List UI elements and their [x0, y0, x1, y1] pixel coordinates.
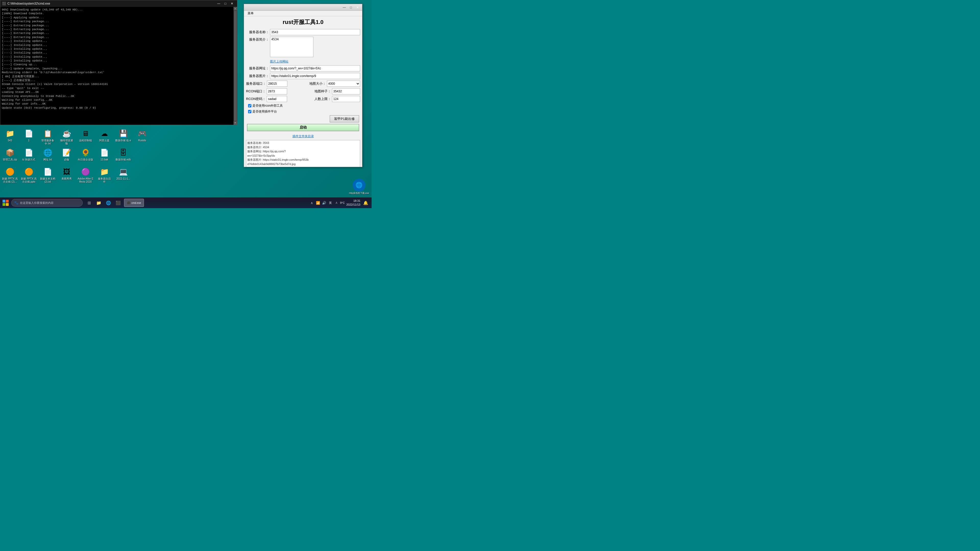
clock[interactable]: 18:31 2022/11/13 — [346, 199, 360, 207]
rcon-port-input[interactable] — [267, 88, 287, 94]
expand-tray-icon[interactable]: ∧ — [309, 200, 314, 205]
plugin-dir-link[interactable]: 插件文件夹目录 — [293, 135, 314, 138]
rcon-port-label: RCON端口： — [246, 89, 266, 94]
desktop-icon[interactable]: 📝 必咖 — [58, 146, 76, 162]
cmd-line: [100%] Download Complete. — [2, 12, 235, 16]
cmd-line: [----] Extracting package... — [2, 27, 235, 32]
icon-image: 📄 — [43, 167, 53, 177]
rust-titlebar-controls[interactable]: — □ ✕ — [341, 5, 361, 10]
icon-label: 13.bak — [100, 158, 108, 161]
taskbar-search[interactable]: 🐾 在这里输入你要搜索的内容 — [11, 199, 83, 206]
rcon-seed-row: RCON端口： 地图种子： — [246, 88, 360, 94]
desktop-icon[interactable]: 📄 13.bak — [95, 146, 113, 162]
desktop-icon[interactable]: 🌻 向日葵企业版 — [76, 146, 94, 162]
icon-image: ☁ — [99, 128, 110, 138]
desktop-icon[interactable]: 📄 1 — [20, 127, 38, 146]
cmd-output: 96%] Downloading update (43,340 of 43,34… — [2, 8, 235, 110]
cmd-line: [----] Extracting package... — [2, 20, 235, 24]
taskbar-cmd-task[interactable]: ⬛ cmd.exe — [124, 199, 144, 207]
desktop-icon[interactable]: 🗄 数据存储.edb — [115, 146, 132, 162]
menu-item-settings[interactable]: 菜单 — [245, 11, 256, 16]
server-img-input[interactable] — [270, 73, 360, 79]
language-tray[interactable]: 英 — [328, 200, 333, 205]
cmd-line: Redirecting stderr to 'D:\12\Rustds\stea… — [2, 71, 235, 75]
server-name-label: 服务器名称： — [246, 30, 269, 35]
start-button[interactable]: 启动 — [247, 124, 359, 131]
desktop-icon[interactable]: 🟣 Adobe After Effects 2020 — [76, 165, 94, 184]
icon-label: 咖啡理直通 咖 — [59, 139, 75, 145]
rcon-checkbox-row: 是否使用rcon外部工具 — [246, 103, 360, 108]
minimize-button[interactable]: — — [216, 1, 222, 6]
map-seed-input[interactable] — [332, 88, 360, 94]
rcon-pwd-input[interactable] — [267, 96, 287, 102]
desktop-icon[interactable]: 🖥 远程控制端 — [76, 127, 94, 146]
install-repair-button[interactable]: 装甲P1刷出修 — [330, 115, 359, 122]
terminal-button[interactable]: ⬛ — [114, 198, 123, 207]
titlebar-controls[interactable]: — □ ✕ — [216, 1, 235, 6]
desktop-icon[interactable]: 💾 数据存储 临.e — [115, 127, 132, 146]
task-view-button[interactable]: ⊞ — [85, 198, 94, 207]
server-port-input[interactable] — [267, 81, 287, 87]
icon-label: 新建文本文档 (2).txt — [40, 177, 56, 183]
network-app-icon[interactable]: 🌐 Http多线程下载.exe — [349, 179, 369, 195]
max-players-label: 人数上限： — [314, 97, 331, 101]
desktop-icon[interactable]: ☁ 阿里云盘 — [95, 127, 113, 146]
browser-button[interactable]: 🌐 — [104, 198, 113, 207]
server-url-input[interactable] — [270, 65, 360, 71]
desktop-icon[interactable]: 💻 2022-11-1... — [115, 165, 132, 184]
cmd-line: Loading Steam API...OK — [2, 90, 235, 94]
close-button[interactable]: ✕ — [229, 1, 235, 6]
server-name-input[interactable] — [270, 29, 360, 35]
cmd-scrollbar[interactable]: ▲ ▼ — [234, 7, 237, 125]
desktop-icon[interactable]: 📦 管理工具.zip — [1, 146, 19, 162]
use-plugin-checkbox[interactable] — [248, 110, 251, 113]
cmd-line: [----] Installing update... — [2, 51, 235, 55]
use-rcon-checkbox[interactable] — [248, 104, 251, 107]
rust-close-button[interactable]: ✕ — [355, 5, 361, 10]
desktop-icon[interactable]: 📁 服务器自启 件 — [95, 165, 113, 184]
log-line: 服务器简介: 4534 — [247, 145, 359, 149]
icon-label: tc 快捷方式 — [22, 158, 35, 161]
scroll-down-btn[interactable]: ▼ — [234, 121, 237, 125]
desktop-icon[interactable]: 📁 543 — [1, 127, 19, 146]
desktop-icon[interactable]: ☕ 咖啡理直通 咖 — [58, 127, 76, 146]
rust-maximize-button[interactable]: □ — [348, 5, 354, 10]
map-size-select[interactable]: 4000 2000 3000 5000 — [327, 81, 360, 87]
file-explorer-button[interactable]: 📁 — [94, 198, 103, 207]
image-upload-link[interactable]: 图片上传网站 — [270, 59, 288, 64]
volume-tray-icon[interactable]: 🔊 — [321, 200, 327, 205]
cmd-line: [----] Installing update... — [2, 59, 235, 63]
rust-tool-title: rust开服工具1.0 — [246, 18, 360, 26]
start-menu-button[interactable] — [1, 198, 10, 207]
desktop-icon[interactable]: 🎮 Rustds — [133, 127, 151, 146]
server-desc-textarea[interactable]: 4534 — [270, 37, 313, 57]
desktop-icon[interactable]: 📄 tc 快捷方式 — [20, 146, 38, 162]
use-plugin-label: 是否使用插件平台 — [252, 110, 277, 114]
network-tray-icon[interactable]: 📶 — [315, 200, 321, 205]
log-box: 服务器名称: 3543服务器简介: 4534服务器网址: https://jq.… — [246, 140, 360, 167]
max-players-input[interactable] — [332, 96, 360, 102]
desktop-icon[interactable]: 🌐 网址.txt — [39, 146, 57, 162]
desktop-icon[interactable]: 🟠 新建 PPTX 高 示文稿.pptx — [20, 165, 38, 184]
icon-label: 网址.txt — [43, 158, 52, 161]
icon-label: 新建 PPTX 高 示文稿 (2)... — [2, 177, 18, 183]
desktop-icon-row2: 📦 管理工具.zip 📄 tc 快捷方式 🌐 网址.txt 📝 必咖 🌻 向日葵… — [0, 145, 133, 163]
scroll-up-btn[interactable]: ▲ — [234, 7, 237, 11]
cmd-line: Waiting for user info...OK — [2, 102, 235, 106]
rust-minimize-button[interactable]: — — [341, 5, 347, 10]
scroll-thumb[interactable] — [234, 11, 237, 121]
desktop-icon[interactable]: 🟠 新建 PPTX 高 示文稿 (2)... — [1, 165, 19, 184]
desktop-icon[interactable]: 🖼 美图秀秀 — [58, 165, 76, 184]
cmd-line: [----] Extracting package... — [2, 35, 235, 39]
map-seed-label: 地图种子： — [314, 89, 331, 94]
cmd-line: [----] Update complete, launching... — [2, 67, 235, 71]
input-tray[interactable]: A — [334, 200, 339, 205]
cmd-line: [----] Extracting package... — [2, 32, 235, 35]
notification-center-button[interactable]: 🔔 — [362, 199, 369, 206]
desktop-icon[interactable]: 📄 新建文本文档 (2).txt — [39, 165, 57, 184]
plugin-checkbox-row: 是否使用插件平台 — [246, 110, 360, 114]
taskbar-mid-icons: ⊞ 📁 🌐 ⬛ — [85, 198, 123, 207]
server-desc-label: 服务器简介： — [246, 37, 269, 42]
desktop-icon[interactable]: 📋 管理服多备 令.txt — [39, 127, 57, 146]
maximize-button[interactable]: □ — [222, 1, 228, 6]
